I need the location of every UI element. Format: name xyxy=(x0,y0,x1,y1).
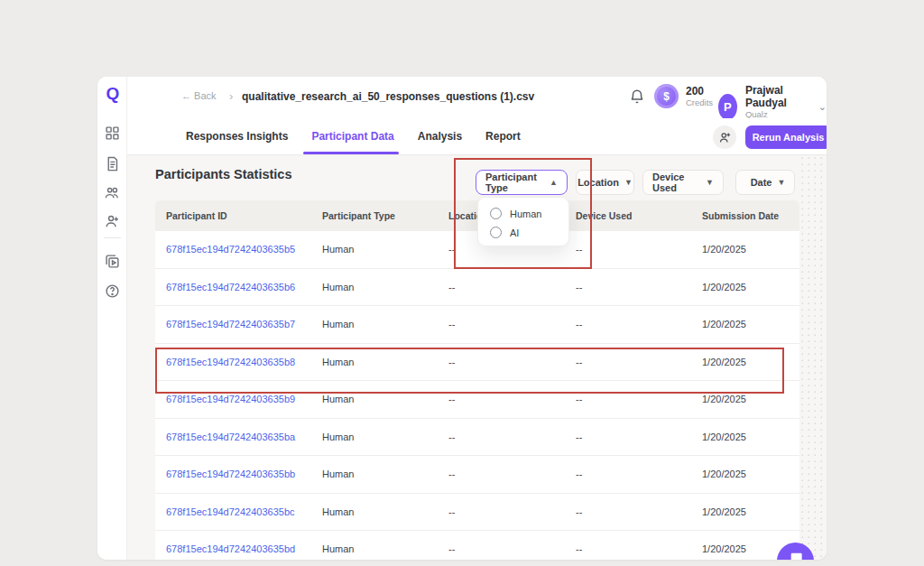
participant-type-cell: Human xyxy=(311,394,438,404)
back-button[interactable]: ← Back xyxy=(181,90,217,101)
submission-date-cell: 1/20/2025 xyxy=(691,244,799,255)
column-header-participant-id: Participant ID xyxy=(155,210,311,221)
device-used-cell: -- xyxy=(565,319,691,329)
chevron-down-icon: ⌄ xyxy=(818,101,827,113)
table-row[interactable]: 678f15ec194d7242403635b9 Human -- -- 1/2… xyxy=(155,381,799,419)
breadcrumb-filename: qualitative_research_ai_50_responses_que… xyxy=(242,90,534,103)
filter-device-used[interactable]: Device Used ▼ xyxy=(642,170,724,195)
device-used-cell: -- xyxy=(565,282,691,292)
chevron-down-icon: ▼ xyxy=(624,178,633,187)
tabs: Responses Insights Participant Data Anal… xyxy=(186,118,521,154)
location-cell: -- xyxy=(438,506,565,517)
document-icon[interactable] xyxy=(105,156,120,172)
filter-location[interactable]: Location ▼ xyxy=(576,170,634,195)
filter-date-label: Date xyxy=(751,177,772,188)
radio-icon[interactable] xyxy=(490,208,502,219)
column-header-submission-date: Submission Date xyxy=(691,210,799,221)
participant-type-cell: Human xyxy=(311,506,438,517)
location-cell: -- xyxy=(438,282,565,292)
column-header-participant-type: Participant Type xyxy=(311,210,438,221)
tab-analysis[interactable]: Analysis xyxy=(418,118,462,154)
participant-type-cell: Human xyxy=(311,469,438,479)
location-cell: -- xyxy=(438,469,565,479)
chevron-down-icon: ▼ xyxy=(777,178,785,187)
add-person-icon[interactable] xyxy=(105,214,120,229)
dropdown-option-label: AI xyxy=(510,227,519,238)
tab-participant-data[interactable]: Participant Data xyxy=(311,118,393,154)
participant-type-cell: Human xyxy=(311,282,438,292)
device-used-cell: -- xyxy=(565,469,691,479)
table-row[interactable]: 678f15ec194d7242403635ba Human -- -- 1/2… xyxy=(155,419,799,457)
dotted-texture xyxy=(799,155,827,560)
location-cell: -- xyxy=(438,394,565,404)
participant-id-link[interactable]: 678f15ec194d7242403635b9 xyxy=(155,394,311,404)
device-used-cell: -- xyxy=(565,244,691,255)
participant-id-link[interactable]: 678f15ec194d7242403635b7 xyxy=(155,319,311,329)
location-cell: -- xyxy=(438,319,565,329)
device-used-cell: -- xyxy=(565,431,691,442)
table-row[interactable]: 678f15ec194d7242403635b6 Human -- -- 1/2… xyxy=(155,269,799,307)
participant-type-cell: Human xyxy=(311,431,438,442)
participant-id-link[interactable]: 678f15ec194d7242403635b5 xyxy=(155,244,311,255)
device-used-cell: -- xyxy=(565,506,691,517)
table-row[interactable]: 678f15ec194d7242403635bb Human -- -- 1/2… xyxy=(155,456,799,494)
location-cell: -- xyxy=(438,357,565,367)
participant-type-dropdown: Human AI xyxy=(477,197,569,246)
avatar: P xyxy=(718,94,737,120)
tab-responses-insights[interactable]: Responses Insights xyxy=(186,118,288,154)
submission-date-cell: 1/20/2025 xyxy=(691,506,799,517)
add-participant-button[interactable] xyxy=(713,125,736,149)
dropdown-option-human[interactable]: Human xyxy=(478,204,568,223)
participant-id-link[interactable]: 678f15ec194d7242403635bc xyxy=(155,506,311,517)
breadcrumb-separator: › xyxy=(229,89,233,103)
table-body: 678f15ec194d7242403635b5 Human -- -- 1/2… xyxy=(155,231,799,560)
dashboard-icon[interactable] xyxy=(105,125,120,141)
notification-bell-icon[interactable] xyxy=(629,88,645,105)
filter-participant-type[interactable]: Participant Type ▲ xyxy=(476,170,568,195)
participant-id-link[interactable]: 678f15ec194d7242403635bb xyxy=(155,469,311,479)
credits-label: Credits xyxy=(686,97,713,107)
participant-id-link[interactable]: 678f15ec194d7242403635b8 xyxy=(155,357,311,367)
content-area: Participants Statistics Participant Type… xyxy=(127,155,827,560)
submission-date-cell: 1/20/2025 xyxy=(691,394,799,404)
column-header-device-used: Device Used xyxy=(565,210,691,221)
filter-date[interactable]: Date ▼ xyxy=(735,170,795,195)
table-row[interactable]: 678f15ec194d7242403635bc Human -- -- 1/2… xyxy=(155,494,799,532)
rerun-analysis-button[interactable]: Rerun Analysis xyxy=(745,125,827,149)
page-title: Participants Statistics xyxy=(155,167,292,181)
app-logo[interactable]: Q xyxy=(102,83,124,105)
submission-date-cell: 1/20/2025 xyxy=(691,357,799,367)
device-used-cell: -- xyxy=(565,543,691,554)
dropdown-option-ai[interactable]: AI xyxy=(478,223,568,242)
participant-id-link[interactable]: 678f15ec194d7242403635bd xyxy=(155,543,311,554)
participant-id-link[interactable]: 678f15ec194d7242403635b6 xyxy=(155,282,311,292)
location-cell: -- xyxy=(438,543,565,554)
chevron-down-icon: ▼ xyxy=(706,178,714,187)
tab-bar: Responses Insights Participant Data Anal… xyxy=(127,118,827,155)
filter-location-label: Location xyxy=(578,177,619,188)
tab-report[interactable]: Report xyxy=(485,118,521,154)
user-name: Prajwal Paudyal xyxy=(745,84,805,109)
participant-id-link[interactable]: 678f15ec194d7242403635ba xyxy=(155,431,311,442)
chevron-up-icon: ▲ xyxy=(550,178,558,187)
location-cell: -- xyxy=(438,431,565,442)
top-header: ← Back › qualitative_research_ai_50_resp… xyxy=(127,77,827,118)
sidebar-divider xyxy=(104,237,121,238)
device-used-cell: -- xyxy=(565,394,691,404)
help-icon[interactable] xyxy=(105,283,120,299)
table-row[interactable]: 678f15ec194d7242403635bd Human -- -- 1/2… xyxy=(155,531,799,560)
app-root: Q ← Back › qualitati xyxy=(0,0,924,566)
table-row[interactable]: 678f15ec194d7242403635b8 Human -- -- 1/2… xyxy=(155,344,799,382)
filter-device-used-label: Device Used xyxy=(652,172,700,193)
credits-widget[interactable]: $ 200 Credits xyxy=(654,84,713,108)
submission-date-cell: 1/20/2025 xyxy=(691,319,799,329)
participants-icon[interactable] xyxy=(105,185,120,200)
sidebar: Q xyxy=(97,77,127,560)
device-used-cell: -- xyxy=(565,357,691,367)
radio-icon[interactable] xyxy=(490,227,502,238)
video-library-icon[interactable] xyxy=(105,254,120,269)
filter-participant-type-label: Participant Type xyxy=(485,172,544,193)
participant-type-cell: Human xyxy=(311,244,438,255)
participant-type-cell: Human xyxy=(311,357,438,367)
table-row[interactable]: 678f15ec194d7242403635b7 Human -- -- 1/2… xyxy=(155,306,799,344)
